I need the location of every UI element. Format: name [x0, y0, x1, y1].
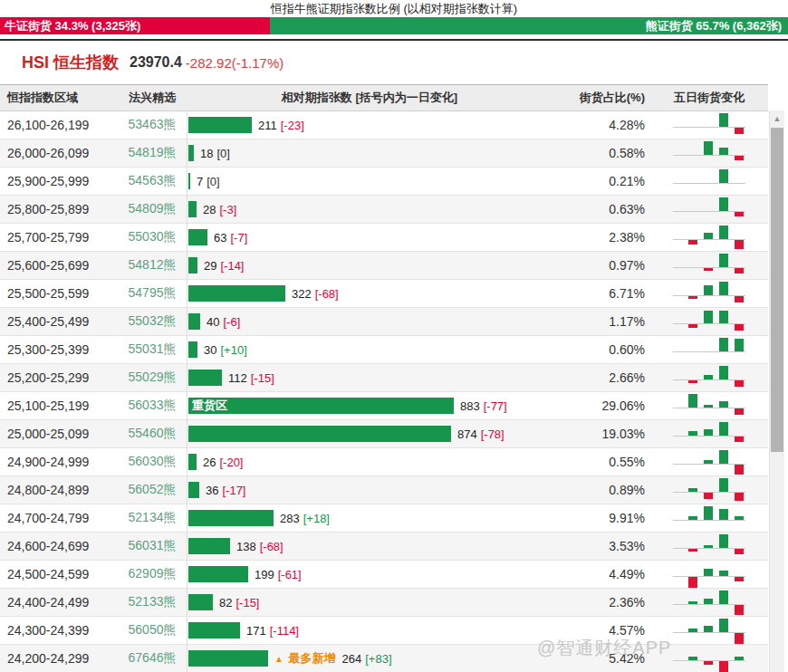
spark-up-bar [719, 197, 728, 211]
heavy-zone-label: 重货区 [192, 398, 227, 414]
index-range: 24,400-24,499 [0, 595, 118, 610]
five-day-sparkline [659, 476, 768, 504]
contracts-bar [188, 229, 207, 245]
one-day-change: [-7] [230, 231, 247, 245]
table-row[interactable]: 25,700-25,799 55030熊 63 [-7] 2.38% [0, 224, 768, 252]
table-row[interactable]: 24,300-24,399 56050熊 171 [-114] 4.57% [0, 617, 768, 645]
oi-percentage: 9.91% [553, 511, 659, 525]
warrant-code-link[interactable]: 56030熊 [118, 454, 187, 470]
sparkline-box [673, 224, 745, 251]
contracts-bar [188, 650, 268, 667]
one-day-change: [+18] [303, 512, 330, 525]
warrant-code-link[interactable]: 56033熊 [118, 398, 187, 414]
warrant-code-link[interactable]: 62909熊 [118, 566, 187, 582]
table-row[interactable]: 26,000-26,099 54819熊 18 [0] 0.58% [0, 139, 768, 168]
spark-down-bar [735, 380, 744, 387]
five-day-sparkline [659, 420, 768, 447]
spark-down-bar [735, 493, 744, 501]
one-day-change: [-3] [219, 203, 236, 216]
table-row[interactable]: 25,600-25,699 54812熊 29 [-14] 0.97% [0, 252, 768, 280]
scrollbar-thumb[interactable] [771, 128, 783, 452]
table-row[interactable]: 25,800-25,899 54809熊 28 [-3] 0.63% [0, 196, 768, 224]
table-row[interactable]: 25,400-25,499 55032熊 40 [-6] 1.17% [0, 308, 768, 336]
oi-percentage: 0.60% [553, 342, 659, 357]
warrant-code-link[interactable]: 54812熊 [118, 257, 187, 274]
warrant-code-link[interactable]: 52133熊 [118, 594, 187, 610]
warrant-code-link[interactable]: 54809熊 [118, 201, 187, 217]
index-range: 25,600-25,699 [0, 258, 118, 273]
index-range: 25,200-25,299 [0, 370, 118, 385]
one-day-change: [-23] [281, 119, 304, 132]
warrant-code-link[interactable]: 67646熊 [118, 650, 187, 667]
table-row[interactable]: 26,100-26,199 53463熊 211 [-23] 4.28% [0, 111, 768, 139]
warrant-code-link[interactable]: 52134熊 [118, 510, 187, 526]
table-row[interactable]: 25,000-25,099 55460熊 874 [-78] 19.03% [0, 420, 768, 448]
one-day-change: [-15] [235, 596, 259, 610]
contracts-value: 29 [204, 259, 216, 273]
table-row[interactable]: 24,800-24,899 56052熊 36 [-17] 0.89% [0, 476, 768, 504]
warrant-code-link[interactable]: 54819熊 [118, 145, 187, 161]
spark-down-bar [719, 661, 728, 672]
oi-percentage: 2.36% [553, 595, 659, 610]
table-row[interactable]: 24,900-24,999 56030熊 26 [-20] 0.55% [0, 448, 768, 476]
warrant-code-link[interactable]: 56031熊 [118, 538, 187, 554]
warrant-code-link[interactable]: 55460熊 [118, 426, 187, 442]
table-row[interactable]: 25,300-25,399 55031熊 30 [+10] 0.60% [0, 336, 768, 364]
spark-up-bar [719, 401, 728, 408]
spark-down-bar [704, 661, 713, 665]
table-row[interactable]: 25,900-25,999 54563熊 7 [0] 0.21% [0, 168, 768, 196]
contracts-bar-cell: 138 [-68] [187, 533, 553, 560]
spark-up-bar [704, 460, 713, 464]
index-range: 24,900-24,999 [0, 455, 118, 469]
sparkline-box [673, 364, 745, 391]
warrant-code-link[interactable]: 55032熊 [118, 313, 187, 330]
contracts-value: 883 [460, 399, 480, 413]
contracts-bar [188, 285, 285, 302]
spark-down-bar [735, 240, 744, 249]
scroll-up-button[interactable]: ▲ [770, 110, 784, 127]
spark-up-bar [704, 233, 713, 239]
warrant-code-link[interactable]: 54563熊 [118, 173, 187, 189]
contracts-value: 82 [219, 596, 232, 610]
index-info-bar: HSI 恒生指数 23970.4 -282.92(-1.17%) [0, 41, 788, 84]
contracts-bar-cell: 26 [-20] [187, 448, 553, 475]
five-day-sparkline [659, 336, 768, 363]
five-day-sparkline [659, 645, 768, 672]
warrant-code-link[interactable]: 55029熊 [118, 370, 187, 386]
oi-percentage: 1.17% [553, 314, 659, 329]
contracts-bar [188, 370, 222, 386]
one-day-change: [-6] [223, 315, 240, 329]
spark-up-bar [688, 657, 697, 660]
warrant-code-link[interactable]: 55030熊 [118, 229, 187, 245]
spark-up-bar [719, 450, 728, 464]
spark-down-bar [688, 380, 697, 383]
table-row[interactable]: 24,400-24,499 52133熊 82 [-15] 2.36% [0, 589, 768, 617]
contracts-value: 7 [197, 175, 203, 188]
table-row[interactable]: 25,200-25,299 55029熊 112 [-15] 2.66% [0, 364, 768, 392]
warrant-code-link[interactable]: 55031熊 [118, 341, 187, 358]
oi-percentage: 4.49% [553, 567, 659, 581]
spark-up-bar [719, 422, 728, 436]
warrant-code-link[interactable]: 53463熊 [118, 117, 187, 133]
contracts-bar-cell: 171 [-114] [187, 617, 553, 644]
spark-up-bar [704, 545, 713, 548]
contracts-bar [188, 341, 197, 358]
table-row[interactable]: 24,700-24,799 52134熊 283 [+18] 9.91% [0, 504, 768, 533]
table-row[interactable]: 24,500-24,599 62909熊 199 [-61] 4.49% [0, 561, 768, 589]
contracts-bar [188, 145, 194, 161]
index-range: 25,100-25,199 [0, 398, 118, 413]
one-day-change: [0] [216, 147, 229, 160]
warrant-code-link[interactable]: 56052熊 [118, 482, 187, 498]
warrant-code-link[interactable]: 56050熊 [118, 622, 187, 638]
table-row[interactable]: 25,100-25,199 56033熊 重货区 883 [-77] 29.06… [0, 392, 768, 420]
spark-up-bar [704, 599, 713, 604]
sparkline-box [673, 280, 745, 307]
contracts-bar [188, 426, 451, 442]
warrant-code-link[interactable]: 54795熊 [118, 285, 187, 302]
table-row[interactable]: 24,600-24,699 56031熊 138 [-68] 3.53% [0, 533, 768, 561]
table-row[interactable]: 24,200-24,299 67646熊 ▲ 最多新增 264 [+83] 5.… [0, 645, 768, 672]
oi-percentage: 4.57% [553, 623, 659, 638]
table-header: 恒指指数区域 法兴精选 相对期指张数 [括号内为一日变化] 街货占比(%) 五日… [0, 84, 768, 111]
vertical-scrollbar[interactable]: ▲ [769, 110, 784, 672]
table-row[interactable]: 25,500-25,599 54795熊 322 [-68] 6.71% [0, 280, 768, 308]
